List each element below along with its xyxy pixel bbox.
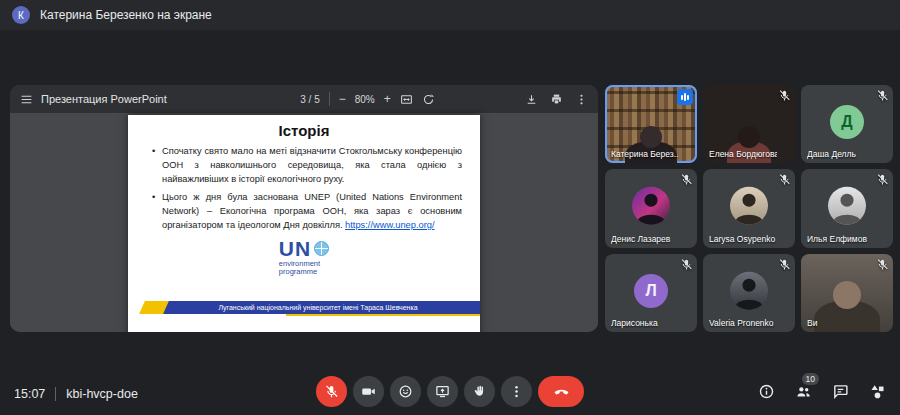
mic-off-icon	[778, 258, 791, 271]
mic-off-icon	[876, 89, 889, 102]
presenting-banner-text: Катерина Березенко на экране	[40, 8, 212, 22]
people-button[interactable]: 10	[795, 383, 812, 400]
chat-icon	[832, 383, 849, 400]
participant-name: Larysa Osypenko	[709, 234, 777, 244]
participant-tile-denis[interactable]: Денис Лазарев	[605, 169, 697, 247]
meeting-info: 15:07 kbi-hvcp-doe	[14, 387, 138, 401]
slide-footer-band: Луганський національний університет імен…	[128, 301, 480, 314]
menu-icon[interactable]	[20, 93, 33, 106]
participant-name: Катерина Берез...	[611, 149, 679, 159]
photo-avatar	[730, 272, 768, 310]
participant-count-badge: 10	[802, 373, 819, 385]
slide-bullet: Цього ж дня була заснована UNEP (United …	[152, 191, 462, 233]
meeting-code: kbi-hvcp-doe	[66, 387, 138, 401]
mic-off-icon	[778, 89, 791, 102]
more-options-button[interactable]	[501, 376, 532, 407]
participant-name: Ларисонька	[611, 318, 679, 328]
activities-button[interactable]	[869, 383, 886, 400]
document-title: Презентация PowerPoint	[41, 93, 167, 105]
slide-body: Спочатку свято мало на меті відзначити С…	[152, 145, 462, 233]
slide-footer-underline	[286, 314, 480, 316]
end-call-button[interactable]	[538, 376, 584, 407]
emoji-icon	[398, 384, 413, 399]
clock: 15:07	[14, 387, 45, 401]
print-icon[interactable]	[550, 93, 563, 106]
camera-button[interactable]	[353, 376, 384, 407]
participant-tile-elena[interactable]: Елена Бордюгова	[703, 85, 795, 163]
sound-indicator-icon	[677, 89, 693, 105]
pdf-toolbar: Презентация PowerPoint 3 / 5 − 80% +	[10, 85, 598, 113]
panel-controls: 10	[758, 383, 886, 400]
un-emblem-icon	[314, 241, 329, 256]
mic-off-icon	[680, 173, 693, 186]
mic-button[interactable]	[316, 376, 347, 407]
zoom-in-icon[interactable]: +	[384, 93, 391, 105]
meet-app: К Катерина Березенко на экране Презентац…	[0, 0, 900, 415]
participant-name: Денис Лазарев	[611, 234, 679, 244]
more-options-icon[interactable]	[575, 93, 588, 106]
mic-off-icon	[680, 258, 693, 271]
unep-logo-un: UN	[279, 238, 311, 259]
reactions-button[interactable]	[390, 376, 421, 407]
unep-logo-line2: programme	[279, 268, 329, 277]
slide-footer-text: Луганський національний університет імен…	[218, 304, 417, 311]
participants-grid: Катерина Берез... Елена Бордюгова Д Даша…	[605, 85, 893, 332]
participant-tile-larysa[interactable]: Larysa Osypenko	[703, 169, 795, 247]
letter-avatar: Л	[634, 274, 668, 308]
presenter-avatar: К	[12, 6, 30, 24]
photo-avatar	[730, 187, 768, 225]
mic-off-icon	[876, 258, 889, 271]
zoom-level: 80%	[355, 94, 375, 105]
info-button[interactable]	[758, 383, 775, 400]
participant-tile-katerina[interactable]: Катерина Берез...	[605, 85, 697, 163]
end-call-icon	[553, 383, 570, 400]
people-icon	[795, 383, 812, 400]
activities-icon	[869, 383, 886, 400]
call-controls	[316, 376, 584, 407]
camera-icon	[361, 384, 376, 399]
slide-title: Історія	[128, 122, 480, 139]
participant-tile-self[interactable]: Ви	[801, 254, 893, 332]
rotate-icon[interactable]	[422, 93, 435, 106]
unep-logo: UN environment programme	[128, 238, 480, 277]
slide-bullet: Спочатку свято мало на меті відзначити С…	[152, 145, 462, 187]
participant-name: Valeria Pronenko	[709, 318, 777, 328]
mic-off-icon	[778, 173, 791, 186]
present-icon	[435, 384, 450, 399]
zoom-out-icon[interactable]: −	[339, 93, 346, 105]
letter-avatar: Д	[830, 105, 864, 139]
unep-link[interactable]: https://www.unep.org/	[345, 220, 434, 230]
photo-avatar	[632, 187, 670, 225]
participant-name: Елена Бордюгова	[709, 149, 777, 159]
info-icon	[758, 383, 775, 400]
divider	[55, 387, 56, 401]
shared-screen-panel: Презентация PowerPoint 3 / 5 − 80% + Іст…	[10, 85, 598, 332]
participant-tile-ilya[interactable]: Илья Елфимов	[801, 169, 893, 247]
photo-avatar	[828, 187, 866, 225]
fit-width-icon[interactable]	[400, 93, 413, 106]
raise-hand-button[interactable]	[464, 376, 495, 407]
participant-tile-larisonka[interactable]: Л Ларисонька	[605, 254, 697, 332]
participant-name: Ви	[807, 318, 875, 328]
raise-hand-icon	[472, 384, 487, 399]
participant-name: Даша Делль	[807, 149, 875, 159]
present-button[interactable]	[427, 376, 458, 407]
participant-name: Илья Елфимов	[807, 234, 875, 244]
slide-page: Історія Спочатку свято мало на меті відз…	[128, 115, 480, 332]
chat-button[interactable]	[832, 383, 849, 400]
participant-tile-valeria[interactable]: Valeria Pronenko	[703, 254, 795, 332]
participant-tile-dasha[interactable]: Д Даша Делль	[801, 85, 893, 163]
more-icon	[509, 384, 524, 399]
mic-off-icon	[876, 173, 889, 186]
page-indicator: 3 / 5	[300, 94, 319, 105]
pdf-canvas: Історія Спочатку свято мало на меті відз…	[10, 113, 598, 332]
download-icon[interactable]	[525, 93, 538, 106]
presenting-banner: К Катерина Березенко на экране	[0, 0, 900, 30]
mic-off-icon	[324, 384, 339, 399]
toolbar-divider	[329, 92, 330, 106]
